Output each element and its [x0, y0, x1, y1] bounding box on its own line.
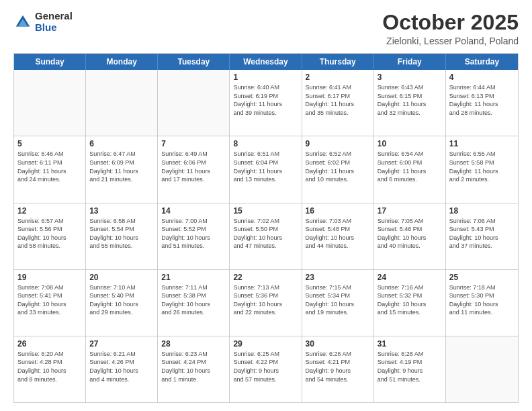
- day-number: 21: [161, 273, 226, 282]
- page: General Blue October 2025 Zielonki, Less…: [0, 0, 532, 411]
- day-number: 25: [449, 273, 515, 282]
- day-info: Sunrise: 6:57 AM Sunset: 5:56 PM Dayligh…: [17, 217, 82, 250]
- day-cell-16: 16Sunrise: 7:03 AM Sunset: 5:48 PM Dayli…: [302, 203, 374, 269]
- day-cell-24: 24Sunrise: 7:16 AM Sunset: 5:32 PM Dayli…: [374, 270, 446, 336]
- day-number: 6: [89, 139, 154, 148]
- day-cell-11: 11Sunrise: 6:55 AM Sunset: 5:58 PM Dayli…: [446, 136, 518, 202]
- empty-cell: [86, 70, 158, 136]
- day-number: 11: [449, 139, 515, 148]
- day-info: Sunrise: 7:05 AM Sunset: 5:46 PM Dayligh…: [378, 217, 442, 250]
- calendar: SundayMondayTuesdayWednesdayThursdayFrid…: [13, 53, 519, 403]
- day-cell-5: 5Sunrise: 6:46 AM Sunset: 6:11 PM Daylig…: [14, 136, 86, 202]
- day-cell-10: 10Sunrise: 6:54 AM Sunset: 6:00 PM Dayli…: [374, 136, 446, 202]
- day-number: 10: [378, 139, 442, 148]
- logo-blue-text: Blue: [35, 22, 73, 34]
- day-info: Sunrise: 7:06 AM Sunset: 5:43 PM Dayligh…: [449, 217, 515, 250]
- day-number: 27: [89, 339, 154, 349]
- day-number: 12: [17, 206, 82, 216]
- day-number: 18: [449, 206, 515, 216]
- header-day-saturday: Saturday: [446, 54, 518, 70]
- day-info: Sunrise: 7:02 AM Sunset: 5:50 PM Dayligh…: [233, 217, 298, 250]
- day-info: Sunrise: 6:43 AM Sunset: 6:15 PM Dayligh…: [378, 83, 442, 117]
- day-number: 15: [233, 206, 298, 216]
- day-info: Sunrise: 6:46 AM Sunset: 6:11 PM Dayligh…: [17, 150, 82, 183]
- day-number: 19: [17, 273, 82, 282]
- day-cell-20: 20Sunrise: 7:10 AM Sunset: 5:40 PM Dayli…: [86, 270, 158, 336]
- header-day-sunday: Sunday: [14, 54, 86, 70]
- day-cell-14: 14Sunrise: 7:00 AM Sunset: 5:52 PM Dayli…: [158, 203, 230, 269]
- day-cell-23: 23Sunrise: 7:15 AM Sunset: 5:34 PM Dayli…: [302, 270, 374, 336]
- day-cell-2: 2Sunrise: 6:41 AM Sunset: 6:17 PM Daylig…: [302, 70, 374, 136]
- day-cell-19: 19Sunrise: 7:08 AM Sunset: 5:41 PM Dayli…: [14, 270, 86, 336]
- day-cell-12: 12Sunrise: 6:57 AM Sunset: 5:56 PM Dayli…: [14, 203, 86, 269]
- empty-cell: [446, 336, 518, 402]
- day-info: Sunrise: 6:49 AM Sunset: 6:06 PM Dayligh…: [161, 150, 226, 183]
- day-number: 23: [306, 273, 370, 282]
- header: General Blue October 2025 Zielonki, Less…: [13, 11, 519, 46]
- day-info: Sunrise: 6:41 AM Sunset: 6:17 PM Dayligh…: [306, 83, 370, 117]
- header-day-tuesday: Tuesday: [158, 54, 230, 70]
- day-number: 1: [233, 73, 298, 82]
- calendar-row-2: 5Sunrise: 6:46 AM Sunset: 6:11 PM Daylig…: [14, 136, 518, 202]
- day-cell-6: 6Sunrise: 6:47 AM Sunset: 6:09 PM Daylig…: [86, 136, 158, 202]
- day-number: 22: [233, 273, 298, 282]
- day-info: Sunrise: 6:55 AM Sunset: 5:58 PM Dayligh…: [449, 150, 515, 183]
- calendar-row-3: 12Sunrise: 6:57 AM Sunset: 5:56 PM Dayli…: [14, 203, 518, 269]
- day-info: Sunrise: 6:26 AM Sunset: 4:21 PM Dayligh…: [306, 350, 370, 383]
- day-info: Sunrise: 6:51 AM Sunset: 6:04 PM Dayligh…: [233, 150, 298, 183]
- day-cell-18: 18Sunrise: 7:06 AM Sunset: 5:43 PM Dayli…: [446, 203, 518, 269]
- location: Zielonki, Lesser Poland, Poland: [382, 36, 519, 46]
- day-number: 16: [306, 206, 370, 216]
- title-block: October 2025 Zielonki, Lesser Poland, Po…: [382, 11, 519, 46]
- day-info: Sunrise: 6:20 AM Sunset: 4:28 PM Dayligh…: [17, 350, 82, 383]
- day-info: Sunrise: 6:21 AM Sunset: 4:26 PM Dayligh…: [89, 350, 154, 383]
- day-cell-28: 28Sunrise: 6:23 AM Sunset: 4:24 PM Dayli…: [158, 336, 230, 402]
- calendar-row-1: 1Sunrise: 6:40 AM Sunset: 6:19 PM Daylig…: [14, 70, 518, 136]
- day-cell-21: 21Sunrise: 7:11 AM Sunset: 5:38 PM Dayli…: [158, 270, 230, 336]
- calendar-header: SundayMondayTuesdayWednesdayThursdayFrid…: [14, 54, 518, 70]
- day-number: 24: [378, 273, 442, 282]
- day-number: 31: [378, 339, 442, 349]
- header-day-monday: Monday: [86, 54, 158, 70]
- day-cell-31: 31Sunrise: 6:28 AM Sunset: 4:19 PM Dayli…: [374, 336, 446, 402]
- day-number: 17: [378, 206, 442, 216]
- day-number: 26: [17, 339, 82, 349]
- logo-general-text: General: [35, 11, 73, 22]
- day-cell-26: 26Sunrise: 6:20 AM Sunset: 4:28 PM Dayli…: [14, 336, 86, 402]
- day-cell-22: 22Sunrise: 7:13 AM Sunset: 5:36 PM Dayli…: [230, 270, 302, 336]
- day-info: Sunrise: 7:16 AM Sunset: 5:32 PM Dayligh…: [378, 283, 442, 317]
- day-cell-8: 8Sunrise: 6:51 AM Sunset: 6:04 PM Daylig…: [230, 136, 302, 202]
- day-info: Sunrise: 6:52 AM Sunset: 6:02 PM Dayligh…: [306, 150, 370, 183]
- header-day-friday: Friday: [374, 54, 446, 70]
- calendar-body: 1Sunrise: 6:40 AM Sunset: 6:19 PM Daylig…: [14, 70, 518, 402]
- logo-icon: [13, 13, 32, 32]
- day-info: Sunrise: 7:08 AM Sunset: 5:41 PM Dayligh…: [17, 283, 82, 317]
- logo-text: General Blue: [35, 11, 73, 33]
- day-cell-15: 15Sunrise: 7:02 AM Sunset: 5:50 PM Dayli…: [230, 203, 302, 269]
- day-cell-4: 4Sunrise: 6:44 AM Sunset: 6:13 PM Daylig…: [446, 70, 518, 136]
- day-info: Sunrise: 6:44 AM Sunset: 6:13 PM Dayligh…: [449, 83, 515, 117]
- day-number: 3: [378, 73, 442, 82]
- month-title: October 2025: [382, 11, 519, 34]
- day-number: 9: [306, 139, 370, 148]
- day-info: Sunrise: 6:23 AM Sunset: 4:24 PM Dayligh…: [161, 350, 226, 383]
- day-info: Sunrise: 6:58 AM Sunset: 5:54 PM Dayligh…: [89, 217, 154, 250]
- day-info: Sunrise: 6:28 AM Sunset: 4:19 PM Dayligh…: [378, 350, 442, 383]
- day-number: 2: [306, 73, 370, 82]
- day-cell-30: 30Sunrise: 6:26 AM Sunset: 4:21 PM Dayli…: [302, 336, 374, 402]
- day-cell-17: 17Sunrise: 7:05 AM Sunset: 5:46 PM Dayli…: [374, 203, 446, 269]
- day-number: 14: [161, 206, 226, 216]
- logo: General Blue: [13, 11, 73, 33]
- day-number: 7: [161, 139, 226, 148]
- day-cell-9: 9Sunrise: 6:52 AM Sunset: 6:02 PM Daylig…: [302, 136, 374, 202]
- day-info: Sunrise: 6:40 AM Sunset: 6:19 PM Dayligh…: [233, 83, 298, 117]
- day-cell-1: 1Sunrise: 6:40 AM Sunset: 6:19 PM Daylig…: [230, 70, 302, 136]
- day-info: Sunrise: 7:15 AM Sunset: 5:34 PM Dayligh…: [306, 283, 370, 317]
- day-info: Sunrise: 7:10 AM Sunset: 5:40 PM Dayligh…: [89, 283, 154, 317]
- empty-cell: [14, 70, 86, 136]
- day-info: Sunrise: 7:03 AM Sunset: 5:48 PM Dayligh…: [306, 217, 370, 250]
- day-info: Sunrise: 7:00 AM Sunset: 5:52 PM Dayligh…: [161, 217, 226, 250]
- day-info: Sunrise: 6:25 AM Sunset: 4:22 PM Dayligh…: [233, 350, 298, 383]
- day-info: Sunrise: 6:47 AM Sunset: 6:09 PM Dayligh…: [89, 150, 154, 183]
- day-info: Sunrise: 6:54 AM Sunset: 6:00 PM Dayligh…: [378, 150, 442, 183]
